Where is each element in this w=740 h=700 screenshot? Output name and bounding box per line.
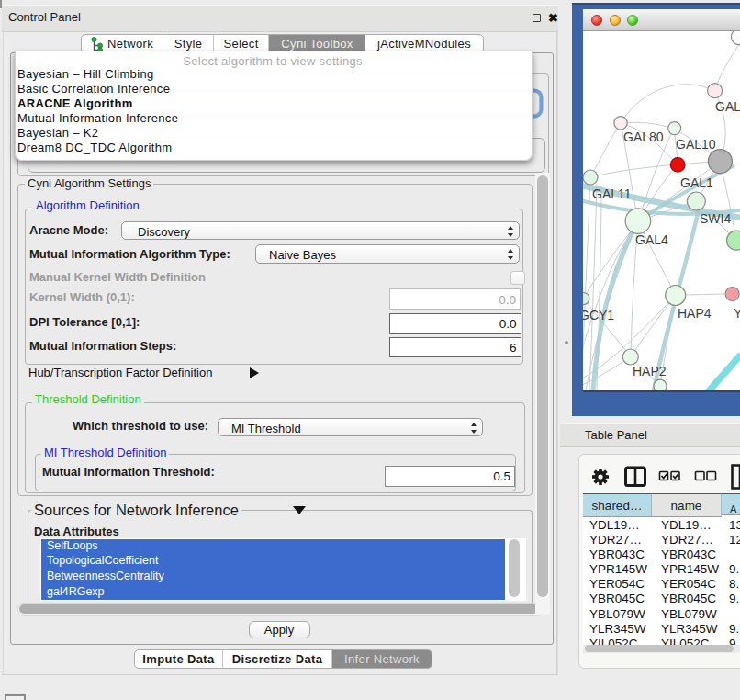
svg-text:GAL: GAL bbox=[715, 99, 740, 114]
svg-text:GAL80: GAL80 bbox=[623, 130, 664, 144]
svg-text:HAP2: HAP2 bbox=[633, 364, 667, 378]
svg-text:GAL11: GAL11 bbox=[592, 186, 632, 201]
svg-text:Y: Y bbox=[734, 306, 740, 321]
svg-text:SWI4: SWI4 bbox=[700, 211, 731, 226]
svg-text:GCY1: GCY1 bbox=[583, 308, 614, 322]
svg-text:GAL4: GAL4 bbox=[635, 232, 668, 247]
svg-text:GAL10: GAL10 bbox=[676, 137, 716, 152]
svg-text:HAP4: HAP4 bbox=[678, 306, 712, 321]
svg-text:GAL1: GAL1 bbox=[680, 175, 713, 190]
